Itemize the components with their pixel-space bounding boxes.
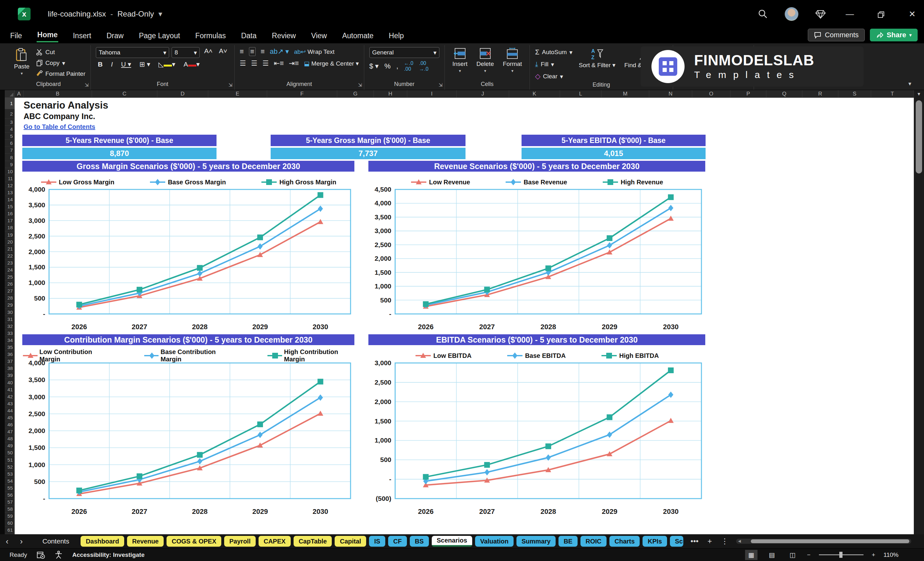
column-header-F[interactable]: F xyxy=(267,90,337,98)
ribbon-tab-automate[interactable]: Automate xyxy=(342,30,374,41)
font-color-icon[interactable]: A▾ xyxy=(182,60,202,68)
sheet-tab-capital[interactable]: Capital xyxy=(334,536,366,547)
row-header-59[interactable]: 59 xyxy=(5,513,15,520)
row-header-36[interactable]: 36 xyxy=(5,351,15,358)
close-button[interactable]: ✕ xyxy=(905,9,920,19)
sheet-tab-dashboard[interactable]: Dashboard xyxy=(81,536,124,547)
row-header-40[interactable]: 40 xyxy=(5,379,15,386)
table-of-contents-link[interactable]: Go to Table of Contents xyxy=(24,123,95,130)
row-header-45[interactable]: 45 xyxy=(5,414,15,421)
page-break-view-button[interactable]: ◫ xyxy=(786,550,799,560)
row-header-21[interactable]: 21 xyxy=(5,246,15,252)
row-header-37[interactable]: 37 xyxy=(5,358,15,365)
row-header-17[interactable]: 17 xyxy=(5,217,15,224)
row-header-23[interactable]: 23 xyxy=(5,260,15,267)
font-dialog-launcher[interactable]: ⇲ xyxy=(228,82,232,88)
column-header-I[interactable]: I xyxy=(407,90,457,98)
comments-button[interactable]: Comments xyxy=(808,28,864,41)
ribbon-tab-file[interactable]: File xyxy=(9,30,22,41)
row-header-41[interactable]: 41 xyxy=(5,386,15,393)
column-header-C[interactable]: C xyxy=(92,90,157,98)
bold-button[interactable]: B xyxy=(96,60,104,68)
font-name-combo[interactable]: Tahoma▾ xyxy=(96,47,169,58)
column-header-B[interactable]: B xyxy=(24,90,92,98)
font-size-combo[interactable]: 8▾ xyxy=(172,47,200,58)
column-header-G[interactable]: G xyxy=(337,90,374,98)
ribbon-tab-help[interactable]: Help xyxy=(388,30,404,41)
row-header-49[interactable]: 49 xyxy=(5,442,15,449)
row-headers[interactable]: 1234567891011121314151617181920212223242… xyxy=(5,98,15,534)
row-header-58[interactable]: 58 xyxy=(5,506,15,513)
column-header-D[interactable]: D xyxy=(157,90,208,98)
row-header-19[interactable]: 19 xyxy=(5,231,15,238)
align-left-icon[interactable]: ☰ xyxy=(240,59,246,68)
tabs-scroll-right-icon[interactable]: › xyxy=(14,537,28,546)
zoom-slider[interactable] xyxy=(819,554,864,555)
percent-icon[interactable]: % xyxy=(384,62,391,70)
sheet-options-icon[interactable]: ⋮ xyxy=(721,537,729,546)
row-header-54[interactable]: 54 xyxy=(5,478,15,484)
column-header-H[interactable]: H xyxy=(374,90,407,98)
ribbon-tab-review[interactable]: Review xyxy=(271,30,296,41)
row-header-26[interactable]: 26 xyxy=(5,280,15,288)
document-title[interactable]: life-coaching.xlsx - Read-Only ▾ xyxy=(48,0,162,28)
row-header-38[interactable]: 38 xyxy=(5,365,15,372)
row-header-57[interactable]: 57 xyxy=(5,499,15,506)
sheet-tab-kpis[interactable]: KPIs xyxy=(642,536,667,547)
increase-indent-icon[interactable]: ⇥≡ xyxy=(289,59,298,68)
row-header-31[interactable]: 31 xyxy=(5,316,15,323)
row-header-2[interactable]: 2 xyxy=(5,109,15,119)
row-header-13[interactable]: 13 xyxy=(5,189,15,196)
row-header-22[interactable]: 22 xyxy=(5,252,15,260)
fill-button[interactable]: ⤓ Fill ▾ xyxy=(535,59,572,69)
restore-button[interactable] xyxy=(874,9,888,19)
row-header-8[interactable]: 8 xyxy=(5,154,15,161)
row-header-5[interactable]: 5 xyxy=(5,133,15,140)
alignment-dialog-launcher[interactable]: ⇲ xyxy=(358,82,362,88)
row-header-29[interactable]: 29 xyxy=(5,302,15,309)
page-layout-view-button[interactable]: ▤ xyxy=(766,550,778,560)
ribbon-tab-view[interactable]: View xyxy=(310,30,327,41)
row-header-60[interactable]: 60 xyxy=(5,520,15,526)
autosum-button[interactable]: Σ AutoSum ▾ xyxy=(535,47,572,57)
ribbon-tab-insert[interactable]: Insert xyxy=(72,30,92,41)
align-middle-icon[interactable]: ≡ xyxy=(249,47,256,56)
row-header-4[interactable]: 4 xyxy=(5,126,15,133)
column-header-J[interactable]: J xyxy=(457,90,509,98)
clear-button[interactable]: ◇ Clear ▾ xyxy=(535,71,572,81)
decrease-decimal-icon[interactable]: .00→.0 xyxy=(419,60,428,72)
normal-view-button[interactable]: ▦ xyxy=(745,550,758,560)
ribbon-tab-draw[interactable]: Draw xyxy=(106,30,124,41)
vertical-scrollbar[interactable]: ▼ xyxy=(914,90,924,534)
merge-center-button[interactable]: ⬓ Merge & Center ▾ xyxy=(304,60,359,67)
row-header-33[interactable]: 33 xyxy=(5,330,15,337)
row-header-51[interactable]: 51 xyxy=(5,457,15,464)
row-header-20[interactable]: 20 xyxy=(5,238,15,246)
borders-icon[interactable]: ⊞ ▾ xyxy=(138,60,152,68)
row-header-52[interactable]: 52 xyxy=(5,464,15,471)
sheet-tab-summary[interactable]: Summary xyxy=(516,536,556,547)
tabs-overflow-icon[interactable]: ••• xyxy=(691,537,699,546)
row-header-9[interactable]: 9 xyxy=(5,161,15,168)
row-header-7[interactable]: 7 xyxy=(5,147,15,154)
row-header-14[interactable]: 14 xyxy=(5,196,15,203)
chart-contribution-margin[interactable]: Contribution Margin Scenarios ($'000) - … xyxy=(22,334,354,519)
sheet-tab-capex[interactable]: CAPEX xyxy=(258,536,291,547)
sheet-tab-revenue[interactable]: Revenue xyxy=(127,536,164,547)
sheet-tab-roic[interactable]: ROIC xyxy=(580,536,606,547)
sheet-tab-charts[interactable]: Charts xyxy=(609,536,640,547)
select-all-corner[interactable] xyxy=(5,90,15,98)
decrease-indent-icon[interactable]: ⇤≡ xyxy=(274,59,284,68)
column-header-A[interactable]: A xyxy=(15,90,24,98)
column-headers[interactable]: ABCDEFGHIJKLMNOPQRST xyxy=(5,90,914,98)
minimize-button[interactable]: — xyxy=(843,9,857,19)
sheet-tab-contents[interactable]: Contents xyxy=(42,537,69,545)
sheet-tab-bs[interactable]: BS xyxy=(410,536,429,547)
align-bottom-icon[interactable]: ≡ xyxy=(261,48,265,56)
row-header-55[interactable]: 55 xyxy=(5,484,15,492)
column-header-L[interactable]: L xyxy=(560,90,602,98)
column-header-S[interactable]: S xyxy=(838,90,871,98)
column-header-M[interactable]: M xyxy=(602,90,649,98)
row-header-34[interactable]: 34 xyxy=(5,337,15,344)
row-header-53[interactable]: 53 xyxy=(5,471,15,478)
